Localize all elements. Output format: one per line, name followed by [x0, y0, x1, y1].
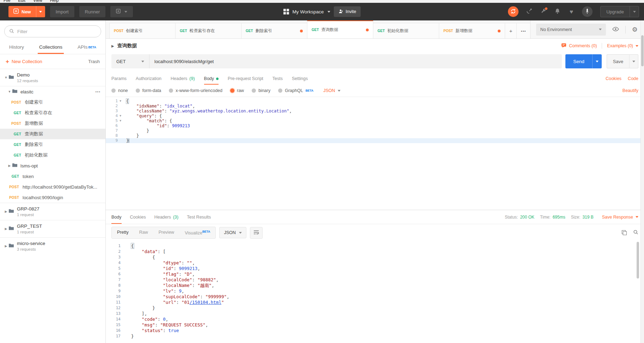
- request-tab-body[interactable]: Body: [204, 73, 219, 85]
- open-request-tab[interactable]: GET删除索引: [241, 23, 307, 38]
- response-view-pretty[interactable]: Pretty: [112, 227, 134, 238]
- request-tab-authorization[interactable]: Authorization: [136, 73, 161, 85]
- method-selector[interactable]: GET: [111, 54, 149, 68]
- chevron-right-icon[interactable]: ▶: [4, 244, 8, 248]
- environment-settings-gear-button[interactable]: ⚙: [632, 26, 638, 33]
- folder-options-button[interactable]: •••: [95, 90, 100, 94]
- request-row[interactable]: GET检查索引存在: [0, 108, 105, 118]
- examples-dropdown[interactable]: Examples (0): [607, 43, 638, 48]
- response-tab-headers[interactable]: Headers(3): [154, 210, 179, 224]
- request-row[interactable]: GET查询数据: [0, 129, 105, 139]
- response-body-viewer[interactable]: 1{2 "data": [3 {4 "dtype": "",5 "id": 90…: [106, 241, 644, 343]
- new-tab-button[interactable]: +: [505, 23, 517, 38]
- search-response-button[interactable]: [633, 229, 638, 236]
- folder-row[interactable]: ▶lsms-opt: [0, 160, 105, 171]
- favorites-heart-button[interactable]: ♥: [568, 8, 575, 15]
- filter-search-box[interactable]: [4, 25, 101, 37]
- request-row[interactable]: GET删除索引: [0, 139, 105, 150]
- request-tab-tests[interactable]: Tests: [272, 73, 283, 85]
- open-request-tab[interactable]: GET初始化数据: [373, 23, 439, 38]
- notifications-bell-button[interactable]: [554, 8, 561, 15]
- open-request-tab[interactable]: GET查询数据: [307, 20, 373, 38]
- save-button[interactable]: Save: [607, 54, 629, 68]
- tab-options-button[interactable]: •••: [516, 23, 530, 38]
- fold-caret-icon[interactable]: ▼: [119, 118, 121, 123]
- chevron-down-icon[interactable]: ▼: [7, 90, 12, 93]
- request-row[interactable]: GET初始化数据: [0, 150, 105, 160]
- response-scrollbar-thumb[interactable]: [637, 242, 639, 278]
- chevron-down-icon[interactable]: ▼: [4, 76, 8, 79]
- request-row[interactable]: GETtoken: [0, 171, 105, 182]
- copy-response-button[interactable]: [622, 230, 627, 235]
- request-tab-settings[interactable]: Settings: [292, 73, 308, 85]
- folder-row[interactable]: ▼elasitc•••: [0, 86, 105, 97]
- sidebar-tab-apis[interactable]: APIsBETA: [78, 40, 96, 54]
- menu-item-view[interactable]: View: [33, 0, 42, 3]
- request-row[interactable]: POSTlocalhost:9090/login: [0, 192, 105, 203]
- response-view-preview[interactable]: Preview: [153, 227, 179, 238]
- fold-caret-icon[interactable]: ▼: [119, 114, 121, 118]
- settings-wrench-button[interactable]: [540, 8, 547, 15]
- chevron-right-icon[interactable]: ▶: [4, 210, 8, 213]
- collection-row[interactable]: ▶GRP-08271 request: [0, 203, 105, 220]
- menu-item-help[interactable]: Help: [50, 0, 59, 3]
- wrap-text-button[interactable]: [250, 227, 263, 239]
- sync-status-button[interactable]: [508, 6, 519, 17]
- send-options-caret[interactable]: [592, 54, 602, 68]
- filter-input[interactable]: [17, 29, 96, 34]
- comments-link[interactable]: Comments (0): [561, 43, 597, 49]
- request-tab-pre-request-script[interactable]: Pre-request Script: [228, 73, 263, 85]
- new-button[interactable]: New: [8, 6, 45, 17]
- response-view-raw[interactable]: Raw: [134, 227, 153, 238]
- environment-quick-look-button[interactable]: [612, 27, 619, 32]
- request-body-editor[interactable]: ▼1{2 "idxName": "idx_locat",3 "className…: [106, 97, 644, 210]
- fold-caret-icon[interactable]: ▼: [119, 99, 121, 104]
- user-avatar[interactable]: [582, 6, 593, 17]
- new-collection-button[interactable]: + New Collection: [6, 59, 42, 65]
- workspace-selector[interactable]: My Workspace: [293, 9, 324, 14]
- body-type-x-www-form-urlencoded[interactable]: x-www-form-urlencoded: [169, 88, 222, 93]
- sidebar-tab-collections[interactable]: Collections: [39, 40, 62, 54]
- collection-row[interactable]: ▶micro-service3 requests: [0, 237, 105, 255]
- beautify-link[interactable]: Beautify: [622, 88, 638, 93]
- body-type-binary[interactable]: binary: [252, 88, 270, 93]
- save-options-caret[interactable]: [629, 54, 638, 68]
- menu-item-edit[interactable]: Edit: [18, 0, 25, 3]
- save-response-dropdown[interactable]: Save Response: [602, 215, 638, 220]
- invite-button[interactable]: Invite: [334, 6, 361, 17]
- url-input[interactable]: [149, 54, 562, 68]
- request-row[interactable]: POST创建索引: [0, 97, 105, 108]
- cookies-link[interactable]: Cookies: [606, 76, 621, 81]
- trash-button[interactable]: Trash: [88, 59, 100, 64]
- page-scrollbar-thumb[interactable]: [641, 35, 644, 66]
- request-tab-headers[interactable]: Headers(9): [171, 73, 195, 85]
- request-row[interactable]: POSThttp://localhost:9090/getDataByTok..…: [0, 182, 105, 192]
- code-link[interactable]: Code: [628, 76, 638, 81]
- body-type-none[interactable]: none: [111, 88, 128, 93]
- request-title-caret[interactable]: ▶: [111, 44, 114, 48]
- open-new-window-button[interactable]: [110, 6, 133, 17]
- api-network-button[interactable]: [526, 8, 533, 15]
- response-view-visualize[interactable]: VisualizeBETA: [179, 227, 215, 238]
- chevron-right-icon[interactable]: ▶: [7, 164, 12, 167]
- upgrade-caret[interactable]: [630, 6, 639, 17]
- import-button[interactable]: Import: [50, 6, 74, 17]
- response-tab-test-results[interactable]: Test Results: [187, 210, 211, 224]
- response-language-selector[interactable]: JSON: [219, 227, 246, 238]
- response-tab-body[interactable]: Body: [111, 210, 122, 224]
- open-request-tab[interactable]: POST新增数据: [439, 23, 505, 38]
- new-button-caret[interactable]: [36, 6, 45, 17]
- page-scrollbar[interactable]: [640, 20, 644, 343]
- request-row[interactable]: POST新增数据: [0, 118, 105, 129]
- chevron-right-icon[interactable]: ▶: [4, 227, 8, 231]
- open-request-tab[interactable]: GET检查索引存在: [175, 23, 241, 38]
- menu-item-file[interactable]: File: [4, 0, 10, 3]
- response-tab-cookies[interactable]: Cookies: [130, 210, 146, 224]
- request-tab-params[interactable]: Params: [111, 73, 127, 85]
- runner-button[interactable]: Runner: [79, 6, 106, 17]
- open-request-tab[interactable]: POST创建索引: [109, 23, 176, 38]
- send-button[interactable]: Send: [565, 54, 592, 68]
- workspace-caret-icon[interactable]: [327, 11, 330, 13]
- body-type-raw[interactable]: raw: [230, 88, 244, 93]
- body-type-graphql[interactable]: GraphQLBETA: [278, 88, 313, 93]
